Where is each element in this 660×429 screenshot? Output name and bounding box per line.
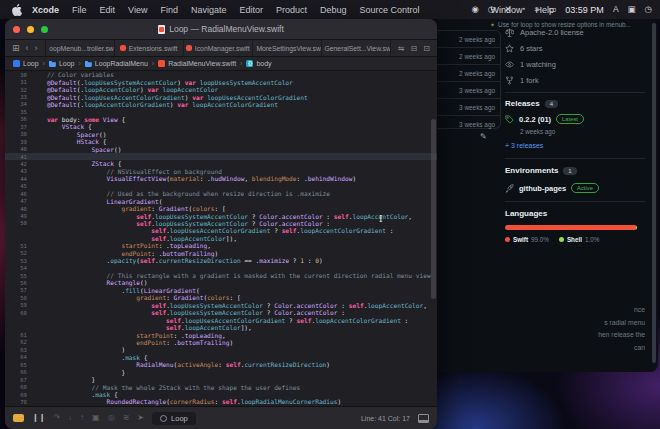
line-number: 38 bbox=[5, 131, 32, 137]
editor-scrollbar[interactable] bbox=[431, 73, 436, 403]
pause-icon[interactable]: ❙❙ bbox=[32, 414, 45, 422]
stars-row[interactable]: 6 stars bbox=[505, 44, 543, 53]
folder-icon bbox=[49, 60, 56, 67]
timer-icon[interactable]: ◷ bbox=[488, 5, 495, 14]
related-items-icon[interactable]: ⊞ bbox=[12, 43, 20, 53]
menu-item-view[interactable]: View bbox=[128, 5, 147, 15]
line-number: 70 bbox=[5, 399, 32, 405]
language-legend-shell[interactable]: Shell1.0% bbox=[559, 236, 599, 243]
input-source-icon[interactable]: A bbox=[613, 5, 619, 14]
code-line: 44 VisualEffectView(material: .hudWindow… bbox=[5, 175, 437, 182]
code-line: 43 // NSVisualEffect on background bbox=[5, 168, 437, 175]
breadcrumb: Loop›Loop›LoopRadialMenu›RadialMenuView.… bbox=[5, 57, 437, 71]
line-number: 31 bbox=[5, 79, 32, 85]
simulate-location-icon[interactable]: ➤ bbox=[137, 414, 144, 422]
environments-header[interactable]: Environments 1 bbox=[505, 166, 577, 175]
record-circle-icon[interactable]: ◉ bbox=[471, 5, 478, 14]
keyboard-grid-icon[interactable]: ⌗ bbox=[535, 5, 540, 14]
code-line: 34 @Default(.loopAccentColorGradient) va… bbox=[5, 101, 437, 108]
watching-row[interactable]: 1 watching bbox=[505, 60, 556, 69]
line-number: 52 bbox=[5, 250, 32, 256]
code-line: 57 .fill(LinearGradient( bbox=[5, 287, 437, 294]
breadcrumb-item-loopradialmenu[interactable]: LoopRadialMenu bbox=[85, 60, 148, 67]
step-into-icon[interactable]: ↓ bbox=[68, 414, 72, 422]
code-line: 69 .mask { bbox=[5, 391, 437, 398]
back-chevron-icon[interactable]: ‹ bbox=[26, 43, 29, 53]
breadcrumb-item-loop[interactable]: Loop bbox=[49, 60, 75, 67]
clock-icon[interactable]: ◷ bbox=[645, 5, 652, 14]
breadcrumb-item-loop[interactable]: Loop bbox=[13, 60, 39, 67]
release-time: 2 weeks ago bbox=[520, 128, 555, 135]
menu-item-source-control[interactable]: Source Control bbox=[360, 5, 420, 15]
menu-item-product[interactable]: Product bbox=[276, 5, 307, 15]
text-cursor-ibeam: I bbox=[379, 215, 383, 224]
menu-item-navigate[interactable]: Navigate bbox=[191, 5, 227, 15]
browser-scrollbar[interactable] bbox=[652, 23, 656, 363]
cursor-position-label: Line: 41 Col: 17 bbox=[361, 415, 410, 422]
breakpoints-toggle-icon[interactable] bbox=[13, 414, 24, 422]
menu-item-editor[interactable]: Editor bbox=[239, 5, 263, 15]
code-editor[interactable]: 30 // Color variables31 @Default(.loopUs… bbox=[5, 71, 437, 407]
language-bar[interactable] bbox=[505, 225, 637, 230]
apple-menu-icon[interactable] bbox=[12, 4, 22, 16]
menu-item-find[interactable]: Find bbox=[160, 5, 178, 15]
menu-item-edit[interactable]: Edit bbox=[100, 5, 116, 15]
toggle-debug-area-icon[interactable] bbox=[418, 414, 429, 423]
edit-readme-pencil-icon[interactable]: ✎ bbox=[480, 132, 487, 141]
breadcrumb-separator: › bbox=[79, 60, 81, 67]
line-number: 39 bbox=[5, 139, 32, 145]
menu-item-file[interactable]: File bbox=[72, 5, 87, 15]
battery-icon[interactable]: ▭ bbox=[548, 5, 556, 14]
close-x-icon[interactable]: ✕ bbox=[504, 5, 511, 14]
tab-extensions-swift[interactable]: Extensions.swift bbox=[115, 40, 184, 56]
languages-header: Languages bbox=[505, 209, 547, 218]
menu-item-debug[interactable]: Debug bbox=[320, 5, 347, 15]
file-row-commit-time[interactable]: 3 weeks ago bbox=[437, 98, 500, 115]
license-row[interactable]: Apache-2.0 license bbox=[505, 28, 584, 37]
repo-file-table[interactable]: 2 weeks ago2 weeks ago2 weeks ago3 weeks… bbox=[437, 30, 501, 129]
debug-view-hierarchy-icon[interactable]: ▣ bbox=[92, 414, 100, 422]
forks-row[interactable]: 1 fork bbox=[505, 76, 539, 85]
close-window-button[interactable] bbox=[13, 26, 20, 33]
adjust-editor-options-icon[interactable]: ⇋ bbox=[398, 44, 405, 53]
more-releases-link[interactable]: + 3 releases bbox=[505, 142, 543, 149]
line-number: 57 bbox=[5, 287, 32, 293]
tab-oopmenub-troller-swift[interactable]: oopMenub...troller.swift bbox=[46, 40, 115, 56]
forward-chevron-icon[interactable]: › bbox=[35, 43, 38, 53]
add-editor-icon[interactable]: ⊟ bbox=[411, 44, 418, 53]
tab-generalsett-view-swift[interactable]: GeneralSett...View.swift bbox=[322, 40, 391, 56]
release-version[interactable]: 0.2.2 (01) bbox=[519, 115, 551, 124]
shortcuts-icon[interactable]: ◔ bbox=[520, 5, 525, 14]
file-row-commit-time[interactable]: 3 weeks ago bbox=[437, 115, 500, 132]
file-row-commit-time[interactable]: 2 weeks ago bbox=[437, 47, 500, 64]
file-row-commit-time[interactable]: 2 weeks ago bbox=[437, 64, 500, 81]
maximize-editor-icon[interactable]: ⊡ bbox=[423, 44, 430, 53]
environment-overrides-icon[interactable]: ≋ bbox=[123, 414, 130, 422]
browser-window-github[interactable]: ✦ Use for loop to show resize options in… bbox=[437, 19, 658, 372]
divider bbox=[505, 158, 645, 159]
file-row-commit-time[interactable]: 2 weeks ago bbox=[437, 31, 500, 47]
menu-item-xcode[interactable]: Xcode bbox=[32, 5, 59, 15]
minimize-window-button[interactable] bbox=[27, 26, 34, 33]
menu-bar-clock[interactable]: 03:59 PM bbox=[565, 5, 604, 15]
zoom-window-button[interactable] bbox=[41, 26, 48, 33]
file-row-commit-time[interactable]: 3 weeks ago bbox=[437, 81, 500, 98]
latest-release-row[interactable]: 0.2.2 (01) Latest bbox=[505, 114, 584, 124]
tab-moresettingsview-swift[interactable]: MoreSettingsView.swift bbox=[253, 40, 322, 56]
tab-iconmanager-swift[interactable]: IconManager.swift bbox=[184, 40, 253, 56]
code-line: 30 // Color variables bbox=[5, 71, 437, 78]
code-line: self.loopUsesAccentColorGradient ? self.… bbox=[5, 316, 437, 323]
display-icon[interactable]: ▣ bbox=[628, 5, 636, 14]
step-out-icon[interactable]: ↑ bbox=[80, 414, 84, 422]
code-line: 64 .mask { bbox=[5, 354, 437, 361]
memory-graph-icon[interactable]: ◎ bbox=[108, 414, 115, 422]
scheme-pill[interactable]: Loop bbox=[152, 412, 196, 425]
environment-row[interactable]: github-pages Active bbox=[505, 183, 599, 193]
breadcrumb-item-radialmenuview-swift[interactable]: RadialMenuView.swift bbox=[158, 60, 236, 67]
step-over-icon[interactable]: ↷ bbox=[53, 414, 60, 422]
xcode-title-bar[interactable]: Loop — RadialMenuView.swift bbox=[5, 19, 437, 40]
language-legend-swift[interactable]: Swift99.0% bbox=[505, 236, 549, 243]
breadcrumb-item-body[interactable]: {}body bbox=[246, 60, 271, 67]
environment-name[interactable]: github-pages bbox=[519, 184, 566, 193]
releases-header[interactable]: Releases 4 bbox=[505, 99, 558, 108]
